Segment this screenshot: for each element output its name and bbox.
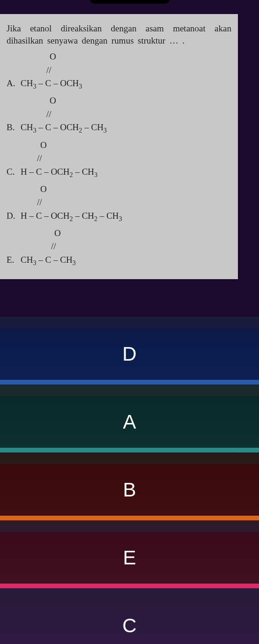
answer-label: D <box>122 343 136 365</box>
carbonyl-o: O <box>7 50 231 64</box>
option-b: O // B.CH3 – C – OCH2 – CH3 <box>7 94 231 135</box>
divider <box>0 516 259 520</box>
answer-label: E <box>123 547 136 569</box>
answer-label: C <box>122 614 136 637</box>
answer-buttons-container: D A B E C <box>0 317 259 644</box>
option-a-formula: A.CH3 – C – OCH3 <box>7 77 231 91</box>
carbonyl-slash: // <box>7 240 231 253</box>
carbonyl-slash: // <box>7 64 231 77</box>
divider <box>0 385 259 396</box>
option-e: O // E.CH3 – C – CH3 <box>7 227 231 268</box>
notch-pill <box>90 0 170 4</box>
answer-button-a[interactable]: A <box>0 396 259 448</box>
divider <box>0 452 259 464</box>
question-card: Jika etanol direaksikan dengan asam meta… <box>0 14 238 279</box>
carbonyl-slash: // <box>7 196 231 209</box>
option-c-formula: C.H – C – OCH2 – CH3 <box>7 165 231 180</box>
option-e-formula: E.CH3 – C – CH3 <box>7 253 231 268</box>
divider <box>0 380 259 385</box>
question-prompt: Jika etanol direaksikan dengan asam meta… <box>7 22 231 46</box>
carbonyl-o: O <box>7 227 231 240</box>
divider <box>0 317 259 328</box>
divider <box>0 588 259 600</box>
option-d: O // D.H – C – OCH2 – CH2 – CH3 <box>7 183 231 224</box>
answer-button-b[interactable]: B <box>0 464 259 516</box>
option-c: O // C.H – C – OCH2 – CH3 <box>7 139 231 180</box>
carbonyl-slash: // <box>7 108 231 121</box>
option-d-formula: D.H – C – OCH2 – CH2 – CH3 <box>7 209 231 224</box>
divider <box>0 584 259 588</box>
carbonyl-o: O <box>7 94 231 108</box>
answer-button-d[interactable]: D <box>0 328 259 380</box>
answer-button-c[interactable]: C <box>0 600 259 644</box>
option-a: O // A.CH3 – C – OCH3 <box>7 50 231 91</box>
status-bar <box>0 0 259 14</box>
divider <box>0 520 259 532</box>
option-b-formula: B.CH3 – C – OCH2 – CH3 <box>7 121 231 135</box>
answer-button-e[interactable]: E <box>0 532 259 584</box>
spacer <box>0 279 259 317</box>
carbonyl-o: O <box>7 139 231 152</box>
answer-label: A <box>123 411 136 433</box>
carbonyl-o: O <box>7 183 231 196</box>
carbonyl-slash: // <box>7 152 231 165</box>
answer-label: B <box>123 479 136 501</box>
divider <box>0 448 259 452</box>
